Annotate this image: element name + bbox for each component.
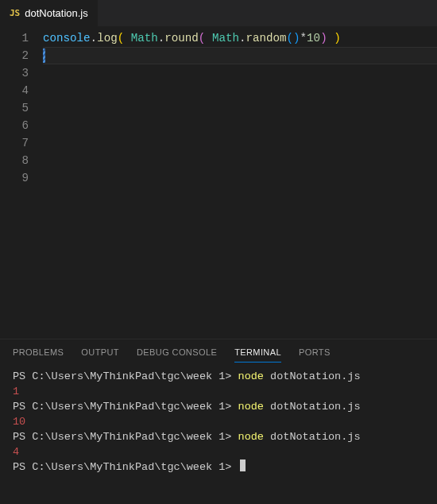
token-class: Math: [212, 32, 239, 45]
line-number: 9: [0, 169, 29, 187]
token-space: [205, 32, 212, 45]
terminal-command: node: [238, 370, 264, 382]
line-number: 7: [0, 134, 29, 152]
token-function: round: [164, 32, 199, 45]
code-area[interactable]: console.log( Math.round( Math.random()*1…: [43, 29, 437, 339]
terminal-prompt: PS C:\Users\MyThinkPad\tgc\week 1>: [13, 431, 231, 443]
terminal-prompt: PS C:\Users\MyThinkPad\tgc\week 1>: [13, 370, 231, 382]
terminal-arg: dotNotation.js: [270, 431, 360, 443]
terminal-command: node: [238, 401, 264, 413]
tab-filename: dotNotation.js: [25, 7, 88, 19]
terminal-cursor: [240, 459, 246, 471]
terminal-output: 4: [13, 444, 424, 459]
line-number: 1: [0, 29, 29, 47]
token-paren: ): [293, 32, 300, 45]
line-number: 3: [0, 64, 29, 82]
line-number-gutter: 1 2 3 4 5 6 7 8 9: [0, 29, 43, 339]
token-space: [327, 32, 335, 45]
line-number: 6: [0, 117, 29, 134]
token-function: random: [246, 32, 286, 45]
editor-cursor: [43, 48, 45, 63]
token-paren: ): [320, 32, 327, 45]
terminal[interactable]: PS C:\Users\MyThinkPad\tgc\week 1> node …: [0, 362, 437, 504]
js-file-icon: JS: [10, 8, 20, 18]
line-number: 5: [0, 99, 29, 117]
token-number: 10: [307, 32, 320, 45]
terminal-line: PS C:\Users\MyThinkPad\tgc\week 1> node …: [13, 369, 424, 384]
panel-tab-output[interactable]: OUTPUT: [81, 347, 119, 362]
code-editor[interactable]: 1 2 3 4 5 6 7 8 9 console.log( Math.roun…: [0, 26, 437, 339]
code-line[interactable]: console.log( Math.round( Math.random()*1…: [43, 29, 437, 47]
token-operator: *: [300, 32, 307, 45]
panel-tab-strip: PROBLEMS OUTPUT DEBUG CONSOLE TERMINAL P…: [0, 339, 437, 362]
terminal-prompt: PS C:\Users\MyThinkPad\tgc\week 1>: [13, 401, 231, 413]
panel-tab-debug-console[interactable]: DEBUG CONSOLE: [137, 347, 217, 362]
terminal-arg: dotNotation.js: [270, 401, 360, 413]
terminal-line: PS C:\Users\MyThinkPad\tgc\week 1>: [13, 459, 424, 475]
token-class: Math: [131, 32, 158, 45]
line-number: 4: [0, 82, 29, 99]
line-number: 2: [0, 47, 29, 64]
token-paren: (: [287, 32, 294, 45]
terminal-arg: dotNotation.js: [270, 370, 360, 382]
panel-tab-ports[interactable]: PORTS: [299, 347, 331, 362]
token-object: console: [43, 32, 91, 45]
token-space: [124, 32, 131, 45]
bottom-panel: PROBLEMS OUTPUT DEBUG CONSOLE TERMINAL P…: [0, 339, 437, 504]
terminal-command: node: [238, 431, 264, 443]
terminal-line: PS C:\Users\MyThinkPad\tgc\week 1> node …: [13, 429, 424, 444]
token-function: log: [97, 32, 118, 45]
terminal-output: 1: [13, 384, 424, 399]
terminal-line: PS C:\Users\MyThinkPad\tgc\week 1> node …: [13, 399, 424, 414]
tab-bar: JS dotNotation.js: [0, 0, 437, 26]
terminal-output: 10: [13, 414, 424, 429]
line-number: 8: [0, 152, 29, 169]
active-line-highlight: [43, 47, 437, 64]
token-paren: (: [118, 32, 125, 45]
token-paren: ): [334, 32, 341, 45]
panel-tab-problems[interactable]: PROBLEMS: [13, 347, 64, 362]
terminal-prompt: PS C:\Users\MyThinkPad\tgc\week 1>: [13, 461, 231, 473]
panel-tab-terminal[interactable]: TERMINAL: [234, 347, 281, 362]
token-punct: .: [158, 32, 165, 45]
token-punct: .: [91, 32, 98, 45]
tab-dotnotation[interactable]: JS dotNotation.js: [0, 0, 99, 26]
